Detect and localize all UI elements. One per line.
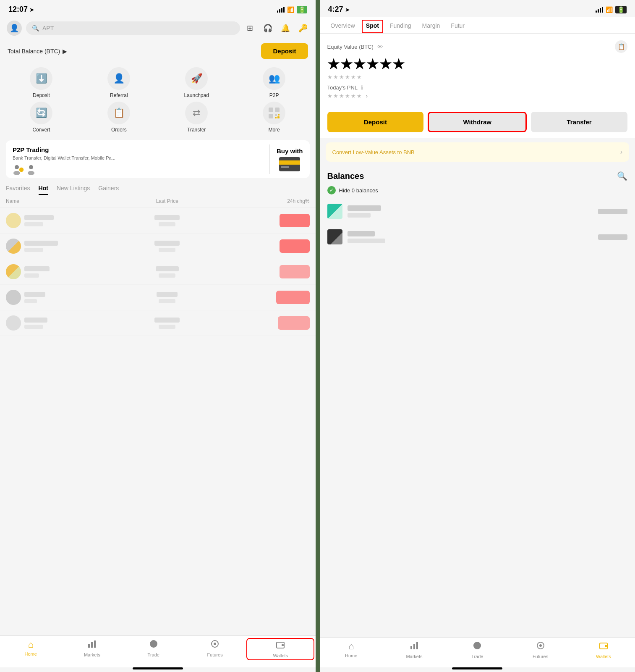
- nav-markets-left[interactable]: Markets: [61, 639, 123, 659]
- nav-wallets-left[interactable]: Wallets: [246, 638, 314, 660]
- nav-home-left[interactable]: ⌂ Home: [0, 639, 61, 659]
- nav-wallets-right[interactable]: Wallets: [572, 641, 635, 659]
- search-bar-left[interactable]: 🔍 APT: [26, 21, 240, 35]
- action-transfer[interactable]: ⇄ Transfer: [159, 102, 234, 133]
- balance-info-2: [348, 231, 598, 243]
- avatar-left[interactable]: 👤: [7, 21, 22, 36]
- market-row-3[interactable]: [0, 259, 316, 285]
- hide-equity-icon[interactable]: 👁: [377, 43, 383, 50]
- tab-favorites[interactable]: Favorites: [6, 185, 30, 195]
- nav-futures-left[interactable]: Futures: [184, 639, 246, 659]
- coin-name-3: [24, 266, 50, 271]
- pnl-arrow[interactable]: ›: [366, 92, 368, 99]
- svg-rect-30: [605, 645, 607, 647]
- app-header-left: 👤 🔍 APT ⊞ 🎧 🔔 🔑: [0, 17, 316, 39]
- wifi-icon-right: 📶: [606, 6, 613, 13]
- nav-futures-right[interactable]: Futures: [509, 641, 572, 659]
- hide-check-icon: ✓: [327, 186, 336, 194]
- withdraw-button[interactable]: Withdraw: [428, 112, 527, 132]
- change-block-3: [214, 265, 309, 278]
- svg-rect-17: [94, 640, 96, 648]
- tab-hot[interactable]: Hot: [39, 185, 48, 195]
- home-indicator-right: [452, 667, 502, 669]
- market-row-2[interactable]: [0, 234, 316, 259]
- scan-icon[interactable]: ⊞: [244, 22, 256, 34]
- action-referral[interactable]: 👤 Referral: [82, 67, 156, 98]
- key-icon[interactable]: 🔑: [297, 22, 309, 34]
- home-icon-left: ⌂: [28, 639, 34, 650]
- tab-gainers[interactable]: Gainers: [98, 185, 119, 195]
- tab-new-listings[interactable]: New Listings: [57, 185, 90, 195]
- trade-label-left: Trade: [148, 652, 159, 657]
- deposit-icon: ⬇️: [30, 67, 52, 90]
- nav-trade-left[interactable]: Trade: [123, 639, 184, 659]
- time-left: 12:07: [8, 5, 28, 14]
- action-launchpad[interactable]: 🚀 Launchpad: [159, 67, 234, 98]
- quick-actions-grid: ⬇️ Deposit 👤 Referral 🚀 Launchpad 👥 P2P …: [0, 63, 316, 137]
- balance-label[interactable]: Total Balance (BTC) ▶: [8, 48, 67, 55]
- svg-rect-16: [91, 642, 93, 648]
- change-block-4: [214, 291, 309, 304]
- svg-point-18: [150, 640, 157, 648]
- market-tabs: Favorites Hot New Listings Gainers: [0, 181, 316, 195]
- tab-funding[interactable]: Funding: [386, 20, 415, 33]
- nav-markets-right[interactable]: Markets: [383, 641, 446, 659]
- action-transfer-label: Transfer: [187, 127, 206, 133]
- deposit-top-button[interactable]: Deposit: [261, 43, 308, 59]
- location-icon-left: ➤: [29, 6, 34, 13]
- tab-overview[interactable]: Overview: [327, 20, 359, 33]
- tab-margin[interactable]: Margin: [418, 20, 444, 33]
- deposit-button-right[interactable]: Deposit: [327, 112, 424, 132]
- action-orders[interactable]: 📋 Orders: [82, 102, 156, 133]
- svg-rect-2: [269, 114, 273, 118]
- coin-icon-3: [6, 264, 21, 279]
- svg-rect-3: [275, 114, 277, 116]
- transfer-button[interactable]: Transfer: [531, 112, 627, 132]
- action-convert[interactable]: 🔄 Convert: [4, 102, 78, 133]
- bell-icon[interactable]: 🔔: [280, 22, 291, 34]
- tab-spot[interactable]: Spot: [362, 20, 383, 33]
- hide-balances-row[interactable]: ✓ Hide 0 balances: [320, 184, 635, 199]
- support-icon[interactable]: 🎧: [262, 22, 274, 34]
- futures-label-right: Futures: [533, 654, 548, 659]
- pnl-info-icon[interactable]: ℹ: [361, 84, 363, 91]
- coin-info-3: [6, 264, 120, 279]
- hide-balances-label: Hide 0 balances: [339, 187, 378, 194]
- action-deposit[interactable]: ⬇️ Deposit: [4, 67, 78, 98]
- convert-text: Convert Low-Value Assets to BNB: [332, 149, 415, 155]
- action-p2p[interactable]: 👥 P2P: [237, 67, 311, 98]
- bal-amount-2: [598, 234, 627, 240]
- price-block-1: [120, 215, 214, 226]
- balance-row-2[interactable]: [320, 224, 635, 250]
- market-row-1[interactable]: [0, 208, 316, 234]
- action-more[interactable]: More: [237, 102, 311, 133]
- col-price: Last Price: [120, 198, 214, 204]
- svg-rect-13: [279, 160, 300, 165]
- header-icons: ⊞ 🎧 🔔 🔑: [244, 22, 309, 34]
- tab-futures[interactable]: Futur: [447, 20, 469, 33]
- home-indicator-left: [133, 667, 183, 669]
- market-row-4[interactable]: [0, 285, 316, 310]
- coin-info-2: [6, 239, 120, 254]
- balance-row-1[interactable]: [320, 199, 635, 224]
- nav-trade-right[interactable]: Trade: [446, 641, 509, 659]
- battery-icon-left: 🔋: [297, 6, 307, 13]
- market-row-5[interactable]: [0, 310, 316, 336]
- svg-rect-25: [416, 642, 418, 649]
- convert-icon: 🔄: [30, 102, 52, 124]
- nav-home-right[interactable]: ⌂ Home: [320, 641, 383, 659]
- history-icon[interactable]: 📋: [615, 40, 627, 53]
- balance-info-1: [348, 205, 598, 218]
- svg-rect-15: [88, 644, 90, 648]
- bal-amount-1: [598, 209, 627, 214]
- p2p-icon: 👥: [263, 67, 285, 90]
- svg-rect-0: [269, 108, 273, 112]
- svg-point-26: [473, 642, 481, 649]
- convert-banner[interactable]: Convert Low-Value Assets to BNB ›: [326, 142, 630, 162]
- promo-banner[interactable]: P2P Trading Bank Transfer, Digital Walle…: [6, 140, 310, 178]
- balance-search-icon[interactable]: 🔍: [617, 171, 627, 181]
- equity-section: Equity Value (BTC) 👁 📋 ★★★★★★ ★★★★★★ Tod…: [320, 34, 635, 106]
- signal-icon-left: [277, 7, 285, 13]
- bal-name-2: [348, 231, 375, 236]
- p2p-subtitle: Bank Transfer, Digital Wallet Transfer, …: [13, 155, 263, 161]
